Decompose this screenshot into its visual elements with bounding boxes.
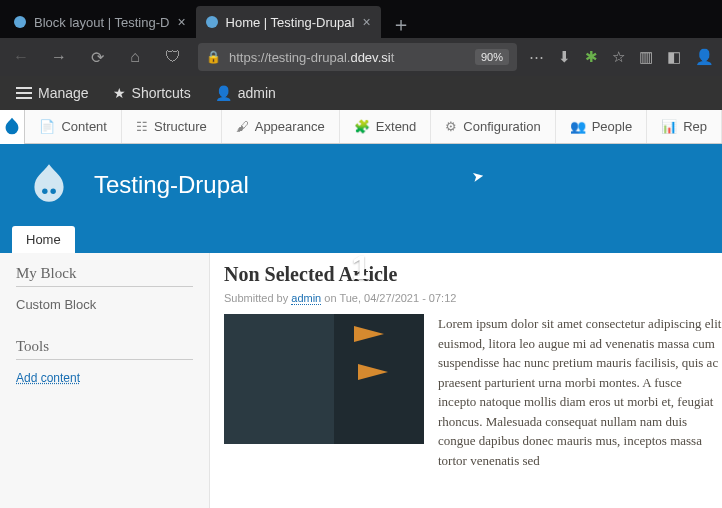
hamburger-icon — [16, 87, 32, 99]
close-icon[interactable]: × — [177, 14, 185, 30]
reload-button[interactable]: ⟳ — [84, 44, 110, 70]
url-field[interactable]: 🔒 https://testing-drupal.ddev.sit 90% — [198, 43, 517, 71]
chart-icon: 📊 — [661, 119, 677, 134]
more-icon[interactable]: ⋯ — [529, 48, 544, 66]
block-title: My Block — [16, 265, 193, 287]
library-icon[interactable]: ▥ — [639, 48, 653, 66]
site-logo-icon[interactable] — [24, 160, 74, 210]
article-title[interactable]: Non Selected Article — [224, 263, 722, 286]
menu-label: Appearance — [255, 119, 325, 134]
shield-icon[interactable]: 🛡 — [160, 44, 186, 70]
shortcuts-link[interactable]: ★ Shortcuts — [101, 76, 203, 110]
home-button[interactable]: ⌂ — [122, 44, 148, 70]
article-byline: Submitted by admin on Tue, 04/27/2021 - … — [224, 292, 722, 304]
drupal-admin-toolbar: Manage ★ Shortcuts 👤 admin — [0, 76, 722, 110]
menu-label: People — [592, 119, 632, 134]
menu-configuration[interactable]: ⚙ Configuration — [431, 110, 555, 143]
close-icon[interactable]: × — [362, 14, 370, 30]
favicon-icon — [14, 16, 26, 28]
admin-user-label: admin — [238, 85, 276, 101]
block-body: Custom Block — [16, 297, 193, 312]
menu-label: Structure — [154, 119, 207, 134]
pocket-icon[interactable]: ⬇ — [558, 48, 571, 66]
sidebar-toggle-icon[interactable]: ◧ — [667, 48, 681, 66]
lock-icon: 🔒 — [206, 50, 221, 64]
browser-tab-inactive[interactable]: Block layout | Testing-D × — [4, 6, 196, 38]
menu-appearance[interactable]: 🖌 Appearance — [222, 110, 340, 143]
menu-label: Extend — [376, 119, 416, 134]
mouse-cursor-icon: ➤ — [471, 167, 486, 185]
paintbrush-icon: 🖌 — [236, 119, 249, 134]
druplicon-logo[interactable] — [0, 110, 25, 144]
bookmark-star-icon[interactable]: ☆ — [612, 48, 625, 66]
manage-label: Manage — [38, 85, 89, 101]
back-button[interactable]: ← — [8, 44, 34, 70]
overlay-number: 1 — [352, 248, 371, 287]
tab-home[interactable]: Home — [12, 226, 75, 253]
admin-user-link[interactable]: 👤 admin — [203, 76, 288, 110]
main-column: Non Selected Article Submitted by admin … — [210, 253, 722, 508]
address-bar: ← → ⟳ ⌂ 🛡 🔒 https://testing-drupal.ddev.… — [0, 38, 722, 76]
menu-people[interactable]: 👥 People — [556, 110, 647, 143]
sidebar: My Block Custom Block Tools Add content — [0, 253, 210, 508]
url-text: https://testing-drupal.ddev.sit — [229, 50, 467, 65]
article-thumbnail[interactable] — [224, 314, 424, 444]
account-icon[interactable]: 👤 — [695, 48, 714, 66]
forward-button[interactable]: → — [46, 44, 72, 70]
menu-label: Configuration — [463, 119, 540, 134]
site-header: Testing-Drupal ➤ — [0, 144, 722, 226]
star-icon: ★ — [113, 85, 126, 101]
user-icon: 👤 — [215, 85, 232, 101]
tab-title: Home | Testing-Drupal — [226, 15, 355, 30]
menu-reports[interactable]: 📊 Rep — [647, 110, 722, 143]
menu-structure[interactable]: ☷ Structure — [122, 110, 222, 143]
menu-label: Rep — [683, 119, 707, 134]
manage-toggle[interactable]: Manage — [4, 76, 101, 110]
drupal-icon — [1, 116, 23, 138]
browser-tab-strip: Block layout | Testing-D × Home | Testin… — [0, 0, 722, 38]
gear-icon: ⚙ — [445, 119, 457, 134]
site-title[interactable]: Testing-Drupal — [94, 171, 249, 199]
new-tab-button[interactable]: ＋ — [381, 11, 421, 38]
zoom-badge[interactable]: 90% — [475, 49, 509, 65]
menu-label: Content — [61, 119, 107, 134]
puzzle-icon: 🧩 — [354, 119, 370, 134]
structure-icon: ☷ — [136, 119, 148, 134]
article-body-text: Lorem ipsum dolor sit amet consectetur a… — [438, 314, 722, 470]
tools-title: Tools — [16, 338, 193, 360]
tab-title: Block layout | Testing-D — [34, 15, 169, 30]
add-content-link[interactable]: Add content — [16, 371, 80, 385]
svg-point-0 — [42, 189, 47, 194]
content-area: My Block Custom Block Tools Add content … — [0, 253, 722, 508]
author-link[interactable]: admin — [291, 292, 321, 305]
bug-icon[interactable]: ✱ — [585, 48, 598, 66]
document-icon: 📄 — [39, 119, 55, 134]
menu-extend[interactable]: 🧩 Extend — [340, 110, 431, 143]
svg-point-1 — [50, 189, 55, 194]
favicon-icon — [206, 16, 218, 28]
people-icon: 👥 — [570, 119, 586, 134]
shortcuts-label: Shortcuts — [132, 85, 191, 101]
drupal-admin-menu: 📄 Content ☷ Structure 🖌 Appearance 🧩 Ext… — [0, 110, 722, 144]
browser-tab-active[interactable]: Home | Testing-Drupal × — [196, 6, 381, 38]
menu-content[interactable]: 📄 Content — [25, 110, 122, 143]
